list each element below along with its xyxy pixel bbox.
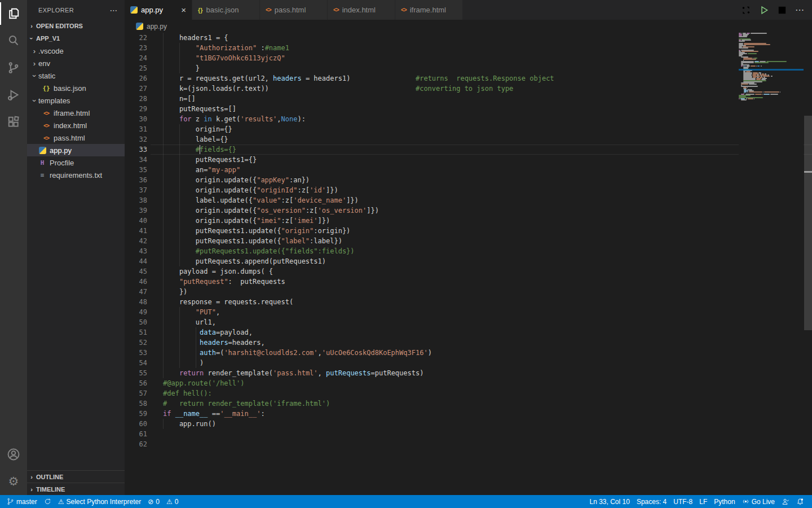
explorer-sidebar: EXPLORER ⋯ › OPEN EDITORS › APP_V1 ›.vsc… (27, 0, 125, 495)
code-line-30: 30 for z in k.get('results',None): (125, 114, 739, 124)
tab-pass.html[interactable]: <>pass.html (260, 0, 328, 20)
line-number: 32 (125, 134, 147, 144)
tree-folder-templates[interactable]: ›templates (27, 94, 125, 107)
line-number: 46 (125, 277, 147, 287)
explorer-more-actions-icon[interactable]: ⋯ (110, 6, 118, 15)
more-actions-icon[interactable]: ⋯ (795, 5, 804, 15)
code-editor[interactable]: 22 headers1 = {23 "Authorization" :#name… (125, 33, 739, 495)
tree-folder-static[interactable]: ›static (27, 69, 125, 82)
tabs: app.py×{}basic.json<>pass.html<>index.ht… (125, 0, 463, 20)
activity-account-icon[interactable] (0, 441, 27, 468)
tab-basic.json[interactable]: {}basic.json (192, 0, 260, 20)
status-sync-icon[interactable] (41, 495, 55, 508)
status-lf[interactable]: LF (696, 495, 710, 508)
html-file-icon: <> (41, 122, 51, 129)
code-line-40: 40 origin.update({"imei":z['imei']}) (125, 216, 739, 226)
sidebar-section-outline[interactable]: ›OUTLINE (27, 470, 125, 483)
heroku-file-icon: H (37, 159, 47, 167)
activity-settings-gear-icon[interactable]: ⚙ (0, 468, 27, 495)
python-icon (136, 23, 143, 30)
activity-files-icon[interactable] (0, 0, 27, 27)
activity-run-debug-icon[interactable] (0, 81, 27, 108)
open-editors-label: OPEN EDITORS (36, 23, 83, 29)
close-icon[interactable]: × (181, 5, 186, 15)
status-select-python-interpreter[interactable]: ⚠Select Python Interpreter (55, 495, 145, 508)
line-number: 45 (125, 266, 147, 277)
html-icon: <> (401, 7, 407, 13)
file-name: pass.html (54, 134, 85, 142)
code-line-32: 32 label={} (125, 134, 739, 144)
open-editors-section[interactable]: › OPEN EDITORS (27, 20, 125, 32)
breadcrumb[interactable]: app.py (125, 20, 812, 33)
tree-file-requirements.txt[interactable]: ≡requirements.txt (27, 169, 125, 181)
line-number: 31 (125, 124, 147, 134)
chevron-right-icon: › (27, 474, 36, 480)
code-line-28: 28 n=[] (125, 94, 739, 104)
file-name: requirements.txt (50, 171, 102, 179)
tab-index.html[interactable]: <>index.html (328, 0, 395, 20)
line-number: 26 (125, 73, 147, 84)
tree-file-iframe.html[interactable]: <>iframe.html (27, 107, 125, 119)
code-line-50: 50 url1, (125, 317, 739, 327)
code-line-53: 53 auth=('harshit@cloudlds2.com','uUcOe6… (125, 348, 739, 358)
tab-iframe.html[interactable]: <>iframe.html (395, 0, 463, 20)
code-line-47: 47 }) (125, 287, 739, 297)
code-line-49: 49 "PUT", (125, 307, 739, 317)
braces-icon: {} (198, 7, 203, 14)
run-file-icon[interactable] (759, 5, 769, 15)
chevron-right-icon: › (27, 486, 36, 493)
status-ln-33-col-10[interactable]: Ln 33, Col 10 (586, 495, 633, 508)
code-line-57: 57#def hell(): (125, 388, 739, 398)
tree-file-app.py[interactable]: app.py (27, 144, 125, 156)
html-file-icon: <> (41, 110, 51, 116)
code-line-29: 29 putRequests=[] (125, 104, 739, 114)
code-line-43: 43 #putRequests1.update({"fields":fields… (125, 246, 739, 256)
status-feedback-icon[interactable] (778, 495, 793, 508)
line-number: 52 (125, 338, 147, 348)
tree-file-basic.json[interactable]: {}basic.json (27, 82, 125, 94)
workspace-root-section[interactable]: › APP_V1 (27, 32, 125, 45)
tree-folder-.vscode[interactable]: ›.vscode (27, 45, 125, 57)
activity-search-icon[interactable] (0, 27, 27, 54)
status-spaces-4[interactable]: Spaces: 4 (633, 495, 670, 508)
line-number: 54 (125, 358, 147, 368)
code-line-26: 26 r = requests.get(url2, headers = head… (125, 73, 739, 84)
status-bar-right: Ln 33, Col 10Spaces: 4UTF-8LFPythonGo Li… (586, 495, 812, 508)
code-line-56: 56#@app.route('/hell') (125, 378, 739, 388)
vscode-window: ⚙ EXPLORER ⋯ › OPEN EDITORS › APP_V1 ›.v… (0, 0, 812, 508)
status-utf-8[interactable]: UTF-8 (670, 495, 696, 508)
status-bell-icon[interactable] (793, 495, 807, 508)
line-number: 39 (125, 205, 147, 216)
open-changes-icon[interactable] (741, 5, 751, 15)
sidebar-section-timeline[interactable]: ›TIMELINE (27, 483, 125, 495)
status-bar: master⚠Select Python Interpreter⊘0⚠0 Ln … (0, 495, 812, 508)
code-line-61: 61 (125, 429, 739, 439)
scrollbar-thumb[interactable] (804, 116, 812, 330)
line-number: 58 (125, 398, 147, 409)
file-name: iframe.html (54, 109, 90, 117)
line-number: 29 (125, 104, 147, 114)
activity-source-control-icon[interactable] (0, 54, 27, 81)
tree-file-index.html[interactable]: <>index.html (27, 119, 125, 132)
tree-folder-env[interactable]: ›env (27, 57, 125, 69)
activity-extensions-icon[interactable] (0, 108, 27, 135)
code-line-36: 36 origin.update({"appKey":an}) (125, 175, 739, 185)
code-line-39: 39 origin.update({"os_version":z['os_ver… (125, 205, 739, 216)
code-line-22: 22 headers1 = { (125, 33, 739, 43)
code-line-48: 48 response = requests.request( (125, 297, 739, 307)
warning-triangle-icon: ⚠ (58, 498, 64, 506)
tree-file-pass.html[interactable]: <>pass.html (27, 132, 125, 144)
status-python[interactable]: Python (710, 495, 738, 508)
line-number: 34 (125, 155, 147, 165)
line-number: 27 (125, 84, 147, 94)
tree-file-Procfile[interactable]: HProcfile (27, 156, 125, 169)
status-master[interactable]: master (3, 495, 41, 508)
split-editor-icon[interactable] (777, 5, 787, 15)
minimap[interactable] (739, 33, 804, 479)
status-go-live[interactable]: Go Live (739, 495, 778, 508)
line-number: 56 (125, 378, 147, 388)
tab-app.py[interactable]: app.py× (125, 0, 192, 20)
status-0[interactable]: ⚠0 (163, 495, 182, 508)
line-number: 23 (125, 43, 147, 53)
status-0[interactable]: ⊘0 (144, 495, 163, 508)
